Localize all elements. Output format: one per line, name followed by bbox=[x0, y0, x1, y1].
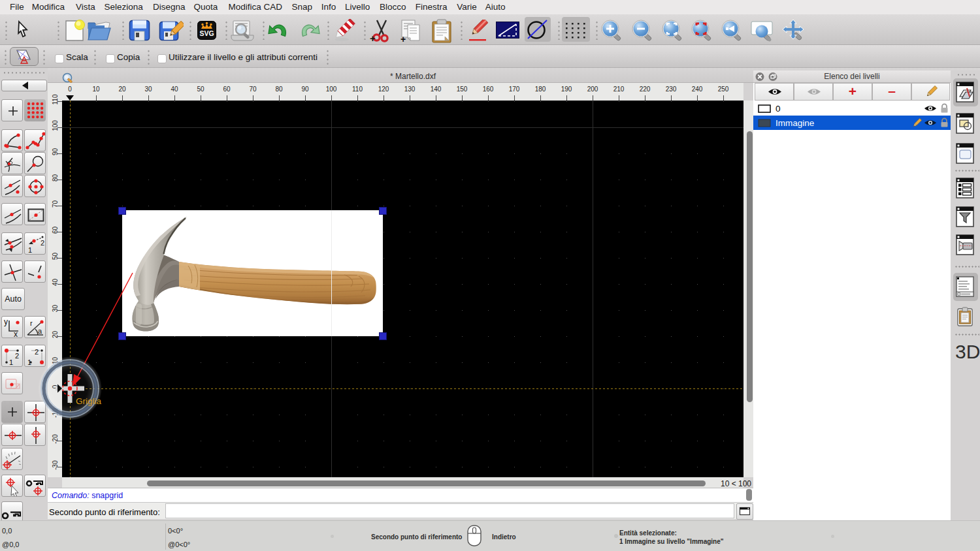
svg-text:SVG: SVG bbox=[199, 29, 214, 37]
svg-text:a: a bbox=[38, 327, 42, 335]
svg-text:2: 2 bbox=[15, 352, 19, 360]
svg-text:r: r bbox=[30, 319, 33, 327]
svg-text:y: y bbox=[4, 317, 8, 326]
svg-text:+: + bbox=[370, 33, 376, 44]
svg-text:2: 2 bbox=[41, 239, 44, 247]
svg-text:+: + bbox=[400, 34, 406, 44]
svg-text:1: 1 bbox=[9, 358, 13, 366]
svg-text:x: x bbox=[14, 330, 18, 338]
svg-text:1: 1 bbox=[28, 246, 32, 254]
svg-text:Griglia: Griglia bbox=[76, 396, 102, 406]
